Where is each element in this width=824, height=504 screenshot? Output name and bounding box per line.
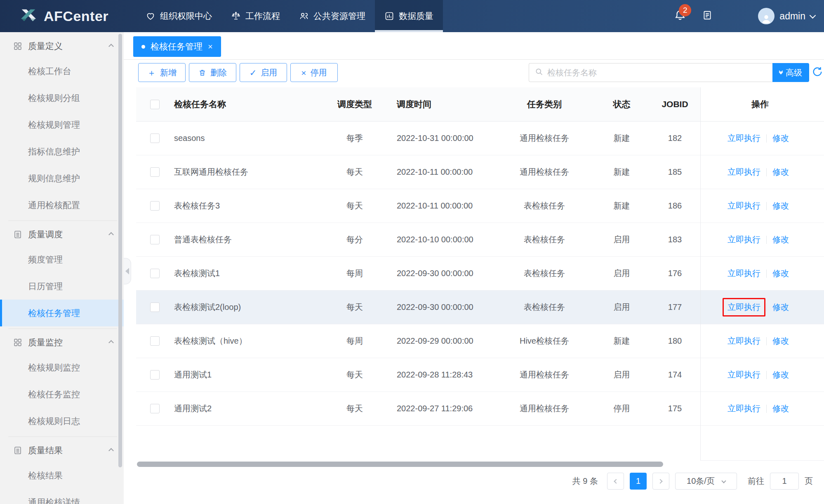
cell-name: 表检核测试1 — [173, 268, 326, 279]
edit-link[interactable]: 修改 — [772, 234, 789, 245]
tab-check-task-management[interactable]: 检核任务管理 × — [133, 36, 221, 57]
nav-item-1[interactable]: 组织权限中心 — [136, 0, 221, 32]
cell-time: 2022-09-30 00:00:00 — [384, 269, 495, 278]
chevron-right-icon — [658, 479, 662, 483]
table-row: seasons每季2022-10-31 00:00:00通用检核任务新建182立… — [136, 122, 824, 155]
sidebar-scrollbar[interactable] — [118, 34, 122, 467]
chevron-down-icon[interactable] — [810, 12, 816, 19]
action-separator — [766, 236, 767, 244]
nav-item-2[interactable]: 工作流程 — [221, 0, 290, 32]
row-checkbox[interactable] — [150, 201, 160, 211]
table-row: 表检核测试1每周2022-09-30 00:00:00表检核任务启用176立即执… — [136, 257, 824, 291]
row-checkbox[interactable] — [150, 235, 160, 244]
row-checkbox[interactable] — [150, 370, 160, 380]
edit-link[interactable]: 修改 — [772, 302, 789, 313]
toolbar-button-3[interactable]: ✓启用 — [240, 63, 287, 82]
cell-cat: 通用检核任务 — [495, 166, 594, 178]
sidebar-section-1[interactable]: 质量定义 — [0, 35, 124, 58]
cell-check — [136, 201, 173, 211]
run-now-link[interactable]: 立即执行 — [727, 133, 760, 144]
sidebar-item[interactable]: 检核规则日志 — [0, 408, 124, 434]
sidebar-item[interactable]: 检核规则分组 — [0, 84, 124, 111]
sidebar-collapse-handle[interactable] — [124, 258, 131, 284]
edit-link[interactable]: 修改 — [772, 200, 789, 211]
sidebar-item[interactable]: 通用检核详情 — [0, 489, 124, 504]
row-checkbox[interactable] — [150, 269, 160, 278]
run-now-link[interactable]: 立即执行 — [727, 268, 760, 279]
sidebar-item[interactable]: 日历管理 — [0, 273, 124, 300]
sidebar-section-2[interactable]: 质量调度 — [0, 223, 124, 246]
cell-type: 每周 — [326, 268, 384, 279]
table-row: 通用测试2每天2022-09-27 11:29:06通用检核任务停用175立即执… — [136, 392, 824, 426]
user-avatar[interactable] — [758, 8, 775, 24]
cell-ops: 立即执行修改 — [700, 234, 824, 245]
row-checkbox[interactable] — [150, 167, 160, 177]
edit-link[interactable]: 修改 — [772, 403, 789, 414]
cell-check — [136, 370, 173, 380]
sidebar-section-4[interactable]: 质量结果 — [0, 439, 124, 462]
refresh-icon — [812, 72, 823, 79]
run-now-link[interactable]: 立即执行 — [727, 166, 760, 178]
sidebar-divider — [8, 328, 117, 329]
sidebar-section-3[interactable]: 质量监控 — [0, 331, 124, 354]
username[interactable]: admin — [779, 11, 805, 22]
row-checkbox[interactable] — [150, 336, 160, 346]
cell-ops: 立即执行修改 — [700, 302, 824, 313]
goto-page-input[interactable] — [770, 473, 799, 490]
edit-link[interactable]: 修改 — [772, 166, 789, 178]
run-now-link[interactable]: 立即执行 — [727, 200, 760, 211]
cell-type: 每天 — [326, 200, 384, 211]
cell-cat: 表检核任务 — [495, 302, 594, 313]
sidebar-item[interactable]: 检核结果 — [0, 462, 124, 489]
notification-badge: 2 — [679, 4, 691, 16]
cell-status: 启用 — [594, 234, 650, 245]
toolbar-button-4[interactable]: ×停用 — [290, 63, 338, 82]
edit-link[interactable]: 修改 — [772, 369, 789, 380]
page-1-button[interactable]: 1 — [630, 473, 647, 490]
header-jobid: JOBID — [650, 99, 700, 109]
sidebar-item[interactable]: 检核任务管理 — [0, 300, 124, 326]
sidebar-item[interactable]: 检核工作台 — [0, 58, 124, 84]
notifications-button[interactable]: 2 — [674, 9, 686, 23]
cell-type: 每季 — [326, 133, 384, 144]
toolbar-button-2[interactable]: 删除 — [189, 63, 236, 82]
row-checkbox[interactable] — [150, 404, 160, 413]
nav-item-3[interactable]: 公共资源管理 — [290, 0, 375, 32]
row-checkbox[interactable] — [150, 134, 160, 143]
sidebar-item[interactable]: 指标信息维护 — [0, 138, 124, 165]
toolbar-button-1[interactable]: ＋新增 — [138, 63, 186, 82]
edit-link[interactable]: 修改 — [772, 335, 789, 347]
x-icon: × — [301, 68, 306, 77]
edit-link[interactable]: 修改 — [772, 133, 789, 144]
nav-item-4[interactable]: 数据质量 — [375, 0, 443, 32]
sidebar-item[interactable]: 检核规则管理 — [0, 111, 124, 138]
row-checkbox[interactable] — [150, 302, 160, 312]
toolbar: ＋新增删除✓启用×停用 — [124, 60, 824, 87]
prev-page-button[interactable] — [607, 473, 624, 490]
run-now-link[interactable]: 立即执行 — [727, 335, 760, 347]
highlight-red-box: 立即执行 — [723, 298, 765, 316]
run-now-link[interactable]: 立即执行 — [727, 369, 760, 380]
select-all-checkbox[interactable] — [150, 100, 160, 109]
tab-close-icon[interactable]: × — [208, 42, 213, 52]
sidebar-item[interactable]: 通用检核配置 — [0, 192, 124, 218]
next-page-button[interactable] — [652, 473, 669, 490]
page-size-select[interactable]: 10条/页 — [675, 473, 737, 490]
run-now-link[interactable]: 立即执行 — [727, 234, 760, 245]
document-button[interactable] — [702, 10, 713, 22]
search-input[interactable] — [547, 68, 767, 77]
sidebar-section-label: 质量定义 — [28, 40, 63, 52]
sidebar-item[interactable]: 检核任务监控 — [0, 381, 124, 408]
sidebar-item[interactable]: 检核规则监控 — [0, 354, 124, 381]
cell-name: 表检核测试（hive） — [173, 335, 326, 347]
sidebar-item[interactable]: 规则信息维护 — [0, 165, 124, 192]
chevron-up-icon — [108, 340, 114, 345]
refresh-button[interactable] — [812, 66, 824, 79]
advanced-search-button[interactable]: 高级 — [772, 63, 809, 82]
run-now-link[interactable]: 立即执行 — [727, 403, 760, 414]
edit-link[interactable]: 修改 — [772, 268, 789, 279]
cell-time: 2022-09-28 11:28:43 — [384, 370, 495, 380]
run-now-link[interactable]: 立即执行 — [727, 302, 760, 312]
sidebar-item[interactable]: 频度管理 — [0, 246, 124, 273]
horizontal-scrollbar[interactable] — [137, 462, 663, 467]
